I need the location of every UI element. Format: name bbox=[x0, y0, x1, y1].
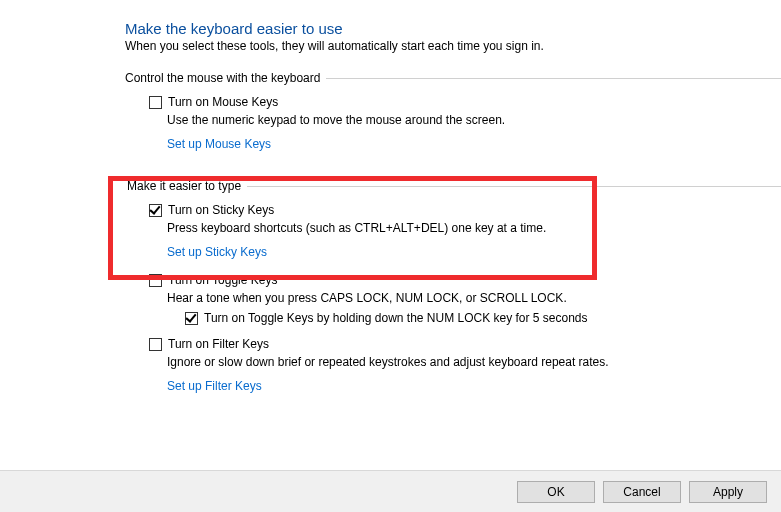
cancel-button[interactable]: Cancel bbox=[603, 481, 681, 503]
checkbox-toggle-keys-numlock[interactable] bbox=[185, 312, 198, 325]
link-setup-mouse-keys[interactable]: Set up Mouse Keys bbox=[167, 137, 271, 151]
desc-sticky-keys: Press keyboard shortcuts (such as CTRL+A… bbox=[167, 221, 687, 235]
option-sticky-keys[interactable]: Turn on Sticky Keys bbox=[149, 203, 781, 217]
checkbox-toggle-keys[interactable] bbox=[149, 274, 162, 287]
divider bbox=[326, 78, 781, 79]
group-mouse-keyboard: Control the mouse with the keyboard Turn… bbox=[125, 71, 781, 165]
label-mouse-keys: Turn on Mouse Keys bbox=[168, 95, 278, 109]
desc-filter-keys: Ignore or slow down brief or repeated ke… bbox=[167, 355, 687, 369]
page-subtitle: When you select these tools, they will a… bbox=[125, 39, 781, 53]
group-title-mouse: Control the mouse with the keyboard bbox=[125, 71, 326, 85]
dialog-footer: OK Cancel Apply bbox=[0, 470, 781, 512]
checkbox-sticky-keys[interactable] bbox=[149, 204, 162, 217]
desc-mouse-keys: Use the numeric keypad to move the mouse… bbox=[167, 113, 687, 127]
link-setup-filter-keys[interactable]: Set up Filter Keys bbox=[167, 379, 262, 393]
apply-button[interactable]: Apply bbox=[689, 481, 767, 503]
checkbox-mouse-keys[interactable] bbox=[149, 96, 162, 109]
label-toggle-keys-numlock: Turn on Toggle Keys by holding down the … bbox=[204, 311, 588, 325]
page-title: Make the keyboard easier to use bbox=[125, 20, 781, 37]
label-toggle-keys: Turn on Toggle Keys bbox=[168, 273, 277, 287]
group-easier-type: Make it easier to type Turn on Sticky Ke… bbox=[125, 179, 781, 407]
checkbox-filter-keys[interactable] bbox=[149, 338, 162, 351]
ok-button[interactable]: OK bbox=[517, 481, 595, 503]
label-filter-keys: Turn on Filter Keys bbox=[168, 337, 269, 351]
option-mouse-keys[interactable]: Turn on Mouse Keys bbox=[149, 95, 781, 109]
option-filter-keys[interactable]: Turn on Filter Keys bbox=[149, 337, 781, 351]
divider bbox=[247, 186, 781, 187]
option-toggle-keys[interactable]: Turn on Toggle Keys bbox=[149, 273, 781, 287]
label-sticky-keys: Turn on Sticky Keys bbox=[168, 203, 274, 217]
option-toggle-keys-numlock[interactable]: Turn on Toggle Keys by holding down the … bbox=[185, 311, 781, 325]
link-setup-sticky-keys[interactable]: Set up Sticky Keys bbox=[167, 245, 267, 259]
desc-toggle-keys: Hear a tone when you press CAPS LOCK, NU… bbox=[167, 291, 687, 305]
group-title-type: Make it easier to type bbox=[127, 179, 247, 193]
